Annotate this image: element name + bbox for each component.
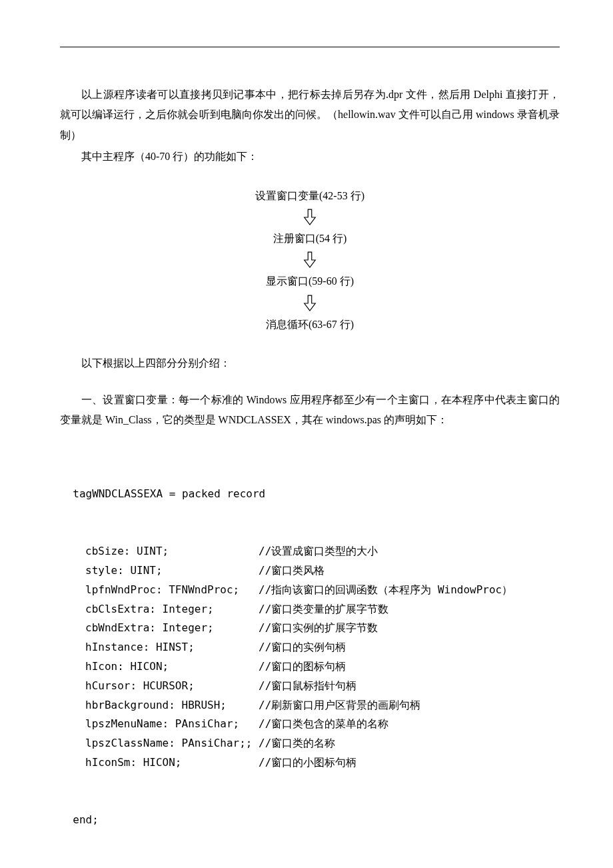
code-field: hIcon: HICON;: [60, 657, 259, 677]
code-field: cbWndExtra: Integer;: [60, 619, 259, 638]
code-line: style: UINT;//窗口类风格: [60, 561, 560, 581]
code-comment: //窗口类包含的菜单的名称: [259, 715, 560, 734]
code-comment: //窗口类变量的扩展字节数: [259, 600, 560, 619]
code-comment: //窗口类风格: [259, 561, 560, 581]
document-page: 以上源程序读者可以直接拷贝到记事本中，把行标去掉后另存为.dpr 文件，然后用 …: [0, 0, 613, 868]
code-comment: //窗口类的名称: [259, 734, 560, 753]
section-intro: 以下根据以上四部分分别介绍：: [60, 353, 560, 373]
code-block-wndclassex: tagWNDCLASSEXA = packed record cbSize: U…: [60, 446, 560, 868]
code-field: lpszClassName: PAnsiChar;;: [60, 734, 259, 753]
code-line: end;: [60, 811, 560, 830]
code-comment: //刷新窗口用户区背景的画刷句柄: [259, 696, 560, 715]
code-line: hIcon: HICON;//窗口的图标句柄: [60, 657, 560, 677]
code-line: lpszMenuName: PAnsiChar;//窗口类包含的菜单的名称: [60, 715, 560, 734]
code-line: hbrBackground: HBRUSH;//刷新窗口用户区背景的画刷句柄: [60, 696, 560, 715]
flow-step-register: 注册窗口(54 行): [273, 229, 347, 249]
code-field: hInstance: HINST;: [60, 638, 259, 657]
code-field: hIconSm: HICON;: [60, 753, 259, 773]
code-line: cbSize: UINT;//设置成窗口类型的大小: [60, 542, 560, 561]
code-line: cbClsExtra: Integer;//窗口类变量的扩展字节数: [60, 600, 560, 619]
flow-step-set-vars: 设置窗口变量(42-53 行): [255, 186, 364, 206]
code-comment: //指向该窗口的回调函数（本程序为 WindowProc）: [259, 581, 560, 600]
code-field: lpfnWndProc: TFNWndProc;: [60, 581, 259, 600]
code-comment: //设置成窗口类型的大小: [259, 542, 560, 561]
code-line: cbWndExtra: Integer;//窗口实例的扩展字节数: [60, 619, 560, 638]
code-line: lpfnWndProc: TFNWndProc;//指向该窗口的回调函数（本程序…: [60, 581, 560, 600]
arrow-down-icon: [303, 251, 317, 269]
code-comment: //窗口的小图标句柄: [259, 753, 560, 773]
code-comment: //窗口实例的扩展字节数: [259, 619, 560, 638]
code-line: tagWNDCLASSEXA = packed record: [60, 485, 560, 504]
flow-step-show: 显示窗口(59-60 行): [266, 271, 354, 291]
code-line: lpszClassName: PAnsiChar;;//窗口类的名称: [60, 734, 560, 753]
code-comment: //窗口鼠标指针句柄: [259, 677, 560, 696]
code-field: lpszMenuName: PAnsiChar;: [60, 715, 259, 734]
paragraph-intro: 以上源程序读者可以直接拷贝到记事本中，把行标去掉后另存为.dpr 文件，然后用 …: [60, 85, 560, 145]
code-field: hbrBackground: HBRUSH;: [60, 696, 259, 715]
arrow-down-icon: [303, 295, 317, 312]
top-rule: [60, 47, 560, 47]
code-field: cbSize: UINT;: [60, 542, 259, 561]
flowchart: 设置窗口变量(42-53 行) 注册窗口(54 行) 显示窗口(59-60 行)…: [60, 186, 560, 335]
code-comment: //窗口的实例句柄: [259, 638, 560, 657]
code-comment: //窗口的图标句柄: [259, 657, 560, 677]
section-one-heading: 一、设置窗口变量：每一个标准的 Windows 应用程序都至少有一个主窗口，在本…: [60, 390, 560, 431]
code-line: hInstance: HINST;//窗口的实例句柄: [60, 638, 560, 657]
flow-step-msg-loop: 消息循环(63-67 行): [266, 315, 354, 335]
code-field: style: UINT;: [60, 561, 259, 581]
code-line: hIconSm: HICON;//窗口的小图标句柄: [60, 753, 560, 773]
code-field: cbClsExtra: Integer;: [60, 600, 259, 619]
code-line: hCursor: HCURSOR;//窗口鼠标指针句柄: [60, 677, 560, 696]
paragraph-main-fn: 其中主程序（40-70 行）的功能如下：: [60, 147, 560, 167]
arrow-down-icon: [303, 209, 317, 226]
code-field: hCursor: HCURSOR;: [60, 677, 259, 696]
